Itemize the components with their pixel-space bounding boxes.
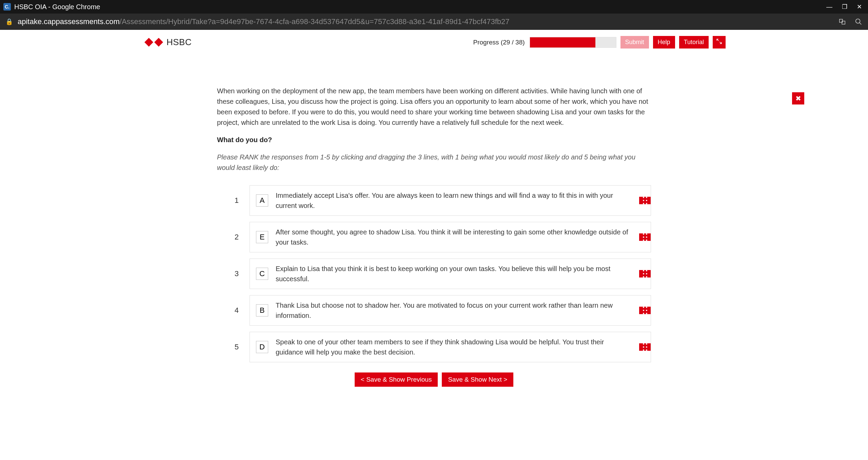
option-letter: C xyxy=(256,268,268,280)
rank-number: 4 xyxy=(217,295,241,326)
options-list: 1 A Immediately accept Lisa's offer. You… xyxy=(217,185,651,362)
url-host: apitake.cappassessments.com xyxy=(18,17,120,26)
option-row: 2 E After some thought, you agree to sha… xyxy=(217,222,651,252)
rank-number: 3 xyxy=(217,258,241,289)
option-row: 4 B Thank Lisa but choose not to shadow … xyxy=(217,295,651,326)
drag-icon xyxy=(643,307,647,314)
option-text: Immediately accept Lisa's offer. You are… xyxy=(276,190,633,211)
question-prompt: What do you do? xyxy=(217,136,651,144)
option-letter: A xyxy=(256,194,268,207)
progress-label: Progress (29 / 38) xyxy=(473,39,525,46)
option-row: 3 C Explain to Lisa that you think it is… xyxy=(217,258,651,289)
progress-bar xyxy=(530,37,616,48)
question-content: When working on the deployment of the ne… xyxy=(214,86,654,407)
option-card[interactable]: E After some thought, you agree to shado… xyxy=(250,222,651,252)
next-button[interactable]: Save & Show Next > xyxy=(442,372,513,387)
logo-text: HSBC xyxy=(166,37,192,47)
hsbc-logo: HSBC xyxy=(142,37,192,47)
rank-number: 2 xyxy=(217,222,241,252)
option-text: Thank Lisa but choose not to shadow her.… xyxy=(276,300,633,321)
rank-number: 5 xyxy=(217,332,241,362)
progress-fill xyxy=(530,37,595,47)
drag-handle[interactable] xyxy=(639,270,651,277)
translate-icon[interactable] xyxy=(838,18,846,26)
option-row: 5 D Speak to one of your other team memb… xyxy=(217,332,651,362)
drag-handle[interactable] xyxy=(639,197,651,204)
tutorial-button[interactable]: Tutorial xyxy=(679,36,709,49)
option-card[interactable]: C Explain to Lisa that you think it is b… xyxy=(250,258,651,289)
drag-icon xyxy=(643,343,647,351)
option-text: After some thought, you agree to shadow … xyxy=(276,227,633,247)
close-panel-button[interactable]: ✖ xyxy=(792,92,804,104)
drag-handle[interactable] xyxy=(639,233,651,241)
window-titlebar: C. HSBC OIA - Google Chrome ― ❐ ✕ xyxy=(0,0,868,14)
url-display[interactable]: apitake.cappassessments.com/Assessments/… xyxy=(18,17,510,26)
assessment-page: HSBC Progress (29 / 38) Submit Help Tuto… xyxy=(0,30,868,460)
drag-icon xyxy=(643,270,647,277)
help-button[interactable]: Help xyxy=(653,36,675,49)
option-text: Speak to one of your other team members … xyxy=(276,337,633,357)
option-card[interactable]: B Thank Lisa but choose not to shadow he… xyxy=(250,295,651,326)
url-path: /Assessments/Hybrid/Take?a=9d4e97be-7674… xyxy=(120,17,510,26)
maximize-icon[interactable]: ❐ xyxy=(842,3,847,11)
window-title: HSBC OIA - Google Chrome xyxy=(14,3,100,11)
close-window-icon[interactable]: ✕ xyxy=(857,3,862,11)
submit-button[interactable]: Submit xyxy=(620,36,649,49)
lock-icon[interactable]: 🔒 xyxy=(5,18,13,25)
logo-hex-icon xyxy=(144,38,163,47)
option-row: 1 A Immediately accept Lisa's offer. You… xyxy=(217,185,651,216)
window-controls: ― ❐ ✕ xyxy=(826,3,865,11)
svg-point-2 xyxy=(856,19,860,23)
drag-handle[interactable] xyxy=(639,307,651,314)
option-card[interactable]: D Speak to one of your other team member… xyxy=(250,332,651,362)
fullscreen-button[interactable] xyxy=(713,36,726,49)
ranking-instructions: Please RANK the responses from 1-5 by cl… xyxy=(217,152,651,173)
header-right: Progress (29 / 38) Submit Help Tutorial xyxy=(473,36,726,49)
option-letter: B xyxy=(256,304,268,317)
prev-button[interactable]: < Save & Show Previous xyxy=(355,372,438,387)
option-text: Explain to Lisa that you think it is bes… xyxy=(276,264,633,284)
option-letter: D xyxy=(256,341,268,353)
scenario-text: When working on the deployment of the ne… xyxy=(217,86,651,128)
minimize-icon[interactable]: ― xyxy=(826,3,832,11)
option-letter: E xyxy=(256,231,268,243)
zoom-icon[interactable] xyxy=(854,18,863,26)
option-card[interactable]: A Immediately accept Lisa's offer. You a… xyxy=(250,185,651,216)
drag-icon xyxy=(643,233,647,241)
drag-handle[interactable] xyxy=(639,343,651,351)
tab-favicon: C. xyxy=(3,3,11,11)
page-header: HSBC Progress (29 / 38) Submit Help Tuto… xyxy=(142,30,726,49)
svg-line-3 xyxy=(860,23,862,25)
rank-number: 1 xyxy=(217,185,241,216)
browser-addressbar: 🔒 apitake.cappassessments.com/Assessment… xyxy=(0,14,868,30)
drag-icon xyxy=(643,197,647,204)
nav-buttons: < Save & Show Previous Save & Show Next … xyxy=(217,372,651,387)
close-icon: ✖ xyxy=(795,94,801,102)
